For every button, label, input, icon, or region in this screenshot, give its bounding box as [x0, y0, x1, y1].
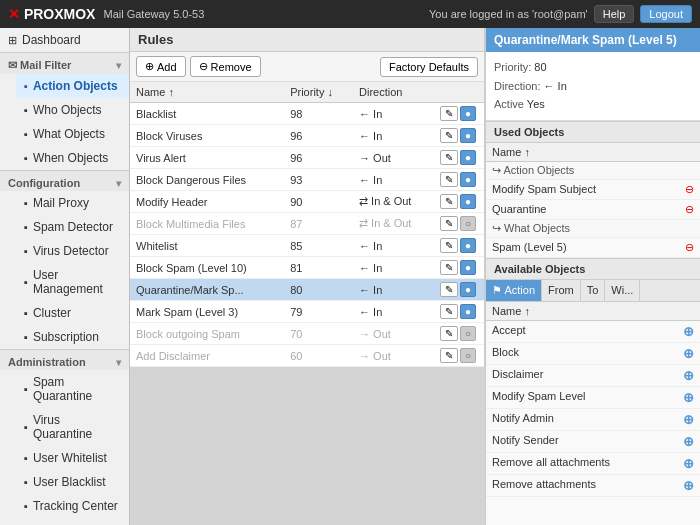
sidebar-item-who-objects[interactable]: ▪ Who Objects [16, 98, 129, 122]
add-item-btn[interactable]: ⊕ [683, 478, 694, 493]
sidebar-item-queues[interactable]: ▪ Queues [16, 518, 129, 525]
table-row[interactable]: Virus Alert96→ Out ✎ ● [130, 147, 484, 169]
toggle-row-btn[interactable]: ○ [460, 326, 476, 341]
sidebar-item-user-blacklist[interactable]: ▪ User Blacklist [16, 470, 129, 494]
toggle-row-btn[interactable]: ● [460, 260, 476, 275]
avail-tab-to[interactable]: To [581, 280, 606, 301]
avail-item[interactable]: Modify Spam Level⊕ [486, 387, 700, 409]
add-item-btn[interactable]: ⊕ [683, 456, 694, 471]
avail-item[interactable]: Accept⊕ [486, 321, 700, 343]
administration-label: Administration [8, 356, 86, 368]
edit-row-btn[interactable]: ✎ [440, 326, 458, 341]
toggle-row-btn[interactable]: ● [460, 150, 476, 165]
content-area: Rules ⊕ Add ⊖ Remove Factory Defaults [130, 28, 700, 525]
add-item-btn[interactable]: ⊕ [683, 412, 694, 427]
table-row[interactable]: Blacklist98← In ✎ ● [130, 103, 484, 125]
factory-defaults-button[interactable]: Factory Defaults [380, 57, 478, 77]
toggle-row-btn[interactable]: ○ [460, 348, 476, 363]
remove-button[interactable]: ⊖ Remove [190, 56, 261, 77]
logout-button[interactable]: Logout [640, 5, 692, 23]
edit-row-btn[interactable]: ✎ [440, 106, 458, 121]
avail-tab-action[interactable]: ⚑ Action [486, 280, 542, 301]
edit-row-btn[interactable]: ✎ [440, 194, 458, 209]
table-row[interactable]: Mark Spam (Level 3)79← In ✎ ● [130, 301, 484, 323]
table-row[interactable]: Modify Header90⇄ In & Out ✎ ● [130, 191, 484, 213]
avail-item[interactable]: Remove all attachments⊕ [486, 453, 700, 475]
avail-item[interactable]: Notify Sender⊕ [486, 431, 700, 453]
avail-tab-wi[interactable]: Wi... [605, 280, 640, 301]
help-button[interactable]: Help [594, 5, 635, 23]
used-what-spam-level[interactable]: Spam (Level 5) ⊖ [486, 238, 700, 258]
col-priority[interactable]: Priority ↓ [284, 82, 353, 103]
add-item-btn[interactable]: ⊕ [683, 346, 694, 361]
edit-row-btn[interactable]: ✎ [440, 282, 458, 297]
sidebar-item-action-objects[interactable]: ▪ Action Objects [16, 74, 129, 98]
edit-row-btn[interactable]: ✎ [440, 150, 458, 165]
remove-spam-level-btn[interactable]: ⊖ [685, 241, 694, 254]
virus-detector-icon: ▪ [24, 245, 28, 257]
toggle-row-btn[interactable]: ● [460, 304, 476, 319]
edit-row-btn[interactable]: ✎ [440, 128, 458, 143]
edit-row-btn[interactable]: ✎ [440, 260, 458, 275]
sidebar-item-tracking-center[interactable]: ▪ Tracking Center [16, 494, 129, 518]
avail-item-name: Remove attachments⊕ [486, 475, 700, 497]
table-row[interactable]: Block Viruses96← In ✎ ● [130, 125, 484, 147]
toggle-row-btn[interactable]: ● [460, 194, 476, 209]
toggle-row-btn[interactable]: ● [460, 282, 476, 297]
remove-modify-spam-btn[interactable]: ⊖ [685, 183, 694, 196]
row-name: Block Dangerous Files [130, 169, 284, 191]
toggle-row-btn[interactable]: ● [460, 238, 476, 253]
remove-quarantine-btn[interactable]: ⊖ [685, 203, 694, 216]
sidebar-item-subscription[interactable]: ▪ Subscription [16, 325, 129, 349]
table-row[interactable]: Whitelist85← In ✎ ● [130, 235, 484, 257]
toggle-row-btn[interactable]: ● [460, 172, 476, 187]
table-row[interactable]: Add Disclaimer60→ Out ✎ ○ [130, 345, 484, 367]
sidebar-item-spam-quarantine[interactable]: ▪ Spam Quarantine [16, 370, 129, 408]
used-action-modify-spam[interactable]: Modify Spam Subject ⊖ [486, 180, 700, 200]
spam-quarantine-icon: ▪ [24, 383, 28, 395]
edit-row-btn[interactable]: ✎ [440, 304, 458, 319]
avail-tab-from[interactable]: From [542, 280, 581, 301]
add-item-btn[interactable]: ⊕ [683, 368, 694, 383]
sidebar-item-virus-quarantine[interactable]: ▪ Virus Quarantine [16, 408, 129, 446]
toggle-row-btn[interactable]: ● [460, 128, 476, 143]
toggle-row-btn[interactable]: ○ [460, 216, 476, 231]
add-item-btn[interactable]: ⊕ [683, 434, 694, 449]
add-button[interactable]: ⊕ Add [136, 56, 186, 77]
row-priority: 60 [284, 345, 353, 367]
edit-row-btn[interactable]: ✎ [440, 172, 458, 187]
table-row[interactable]: Quarantine/Mark Sp...80← In ✎ ● [130, 279, 484, 301]
avail-item[interactable]: Disclaimer⊕ [486, 365, 700, 387]
col-name[interactable]: Name ↑ [130, 82, 284, 103]
sidebar-item-when-objects[interactable]: ▪ When Objects [16, 146, 129, 170]
sidebar-section-mailfilter[interactable]: ✉ Mail Filter ▾ [0, 52, 129, 74]
used-action-quarantine[interactable]: Quarantine ⊖ [486, 200, 700, 220]
add-item-btn[interactable]: ⊕ [683, 324, 694, 339]
col-direction[interactable]: Direction [353, 82, 434, 103]
toggle-row-btn[interactable]: ● [460, 106, 476, 121]
table-row[interactable]: Block Spam (Level 10)81← In ✎ ● [130, 257, 484, 279]
row-direction: ⇄ In & Out [353, 213, 434, 235]
table-row[interactable]: Block Dangerous Files93← In ✎ ● [130, 169, 484, 191]
product-name: Mail Gateway 5.0-53 [103, 8, 204, 20]
table-row[interactable]: Block outgoing Spam70→ Out ✎ ○ [130, 323, 484, 345]
sidebar-item-user-management[interactable]: ▪ User Management [16, 263, 129, 301]
sidebar-item-cluster[interactable]: ▪ Cluster [16, 301, 129, 325]
sidebar-item-mail-proxy[interactable]: ▪ Mail Proxy [16, 191, 129, 215]
edit-row-btn[interactable]: ✎ [440, 348, 458, 363]
edit-row-btn[interactable]: ✎ [440, 238, 458, 253]
avail-item[interactable]: Remove attachments⊕ [486, 475, 700, 497]
sidebar-item-what-objects[interactable]: ▪ What Objects [16, 122, 129, 146]
avail-item[interactable]: Notify Admin⊕ [486, 409, 700, 431]
sidebar-section-configuration[interactable]: Configuration ▾ [0, 170, 129, 191]
sidebar-item-virus-detector[interactable]: ▪ Virus Detector [16, 239, 129, 263]
edit-row-btn[interactable]: ✎ [440, 216, 458, 231]
sidebar-item-user-whitelist[interactable]: ▪ User Whitelist [16, 446, 129, 470]
sidebar-section-administration[interactable]: Administration ▾ [0, 349, 129, 370]
table-row[interactable]: Block Multimedia Files87⇄ In & Out ✎ ○ [130, 213, 484, 235]
used-action-header-row: ↪ Action Objects [486, 162, 700, 180]
add-item-btn[interactable]: ⊕ [683, 390, 694, 405]
sidebar-item-dashboard[interactable]: ⊞ Dashboard [0, 28, 129, 52]
sidebar-item-spam-detector[interactable]: ▪ Spam Detector [16, 215, 129, 239]
avail-item[interactable]: Block⊕ [486, 343, 700, 365]
